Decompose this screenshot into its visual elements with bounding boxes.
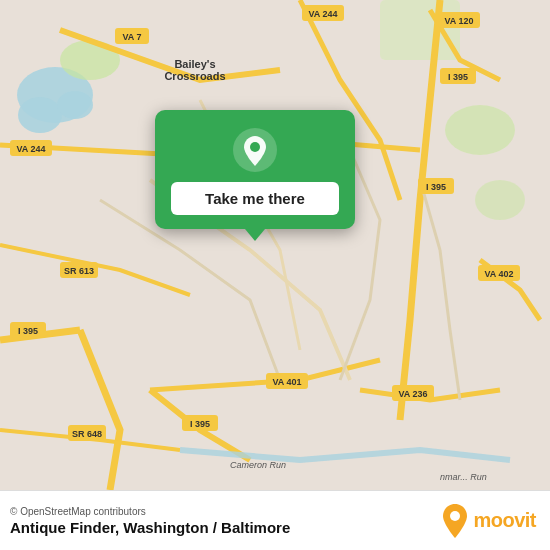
svg-text:nmar... Run: nmar... Run xyxy=(440,472,487,482)
svg-text:I 395: I 395 xyxy=(18,326,38,336)
svg-point-7 xyxy=(475,180,525,220)
moovit-text: moovit xyxy=(473,509,536,532)
svg-rect-5 xyxy=(380,0,460,60)
svg-text:I 395: I 395 xyxy=(190,419,210,429)
map-container: VA 7 VA 244 VA 244 VA 120 I 395 I 395 VA… xyxy=(0,0,550,490)
svg-point-6 xyxy=(445,105,515,155)
copyright-text: © OpenStreetMap contributors xyxy=(10,506,290,517)
svg-text:SR 613: SR 613 xyxy=(64,266,94,276)
svg-text:VA 244: VA 244 xyxy=(308,9,337,19)
svg-text:VA 120: VA 120 xyxy=(444,16,473,26)
svg-text:VA 236: VA 236 xyxy=(398,389,427,399)
popup-overlay: Take me there xyxy=(155,110,355,229)
map-background: VA 7 VA 244 VA 244 VA 120 I 395 I 395 VA… xyxy=(0,0,550,490)
svg-point-39 xyxy=(250,142,260,152)
svg-point-3 xyxy=(57,91,93,119)
map-pin-icon xyxy=(233,128,277,172)
app-title: Antique Finder, Washington / Baltimore xyxy=(10,519,290,536)
bottom-bar: © OpenStreetMap contributors Antique Fin… xyxy=(0,490,550,550)
svg-text:Crossroads: Crossroads xyxy=(164,70,225,82)
svg-text:Cameron Run: Cameron Run xyxy=(230,460,286,470)
svg-text:VA 401: VA 401 xyxy=(272,377,301,387)
moovit-logo: moovit xyxy=(441,503,536,539)
take-me-there-button[interactable]: Take me there xyxy=(171,182,339,215)
svg-text:VA 244: VA 244 xyxy=(16,144,45,154)
svg-point-2 xyxy=(18,97,62,133)
svg-text:VA 7: VA 7 xyxy=(122,32,141,42)
svg-point-40 xyxy=(450,511,460,521)
bottom-left-info: © OpenStreetMap contributors Antique Fin… xyxy=(10,506,290,536)
svg-text:I 395: I 395 xyxy=(448,72,468,82)
svg-text:SR 648: SR 648 xyxy=(72,429,102,439)
svg-text:VA 402: VA 402 xyxy=(484,269,513,279)
svg-text:I 395: I 395 xyxy=(426,182,446,192)
moovit-pin-icon xyxy=(441,503,469,539)
svg-text:Bailey's: Bailey's xyxy=(174,58,215,70)
